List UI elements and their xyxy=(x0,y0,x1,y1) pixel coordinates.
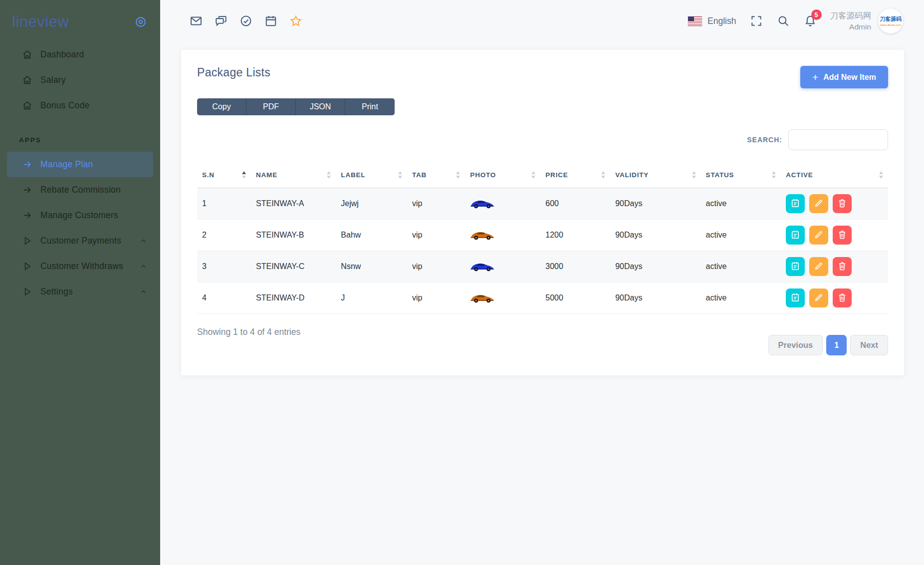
content: Package Lists + Add New Item CopyPDFJSON… xyxy=(160,42,924,375)
previous-page-button[interactable]: Previous xyxy=(768,335,823,355)
note-icon xyxy=(790,230,800,241)
price-cell: 1200 xyxy=(540,220,610,251)
delete-row-button[interactable] xyxy=(833,194,852,213)
app-root: lineview DashboardSalaryBonus Code APPS … xyxy=(0,0,924,565)
avatar-logo-text: 刀客源码 xyxy=(880,15,902,23)
language-selector[interactable]: English xyxy=(688,16,736,26)
column-header-price[interactable]: PRICE xyxy=(540,165,610,188)
sidebar-item-customer-withdraws[interactable]: Customer Withdraws xyxy=(0,254,160,279)
delete-row-button[interactable] xyxy=(833,226,852,245)
blue-car-photo xyxy=(470,198,494,210)
name-cell: STEINWAY-D xyxy=(251,282,336,314)
sidebar-nav-apps: Manage PlanRebate CommissionManage Custo… xyxy=(0,152,160,304)
view-row-button[interactable] xyxy=(786,257,805,276)
view-row-button[interactable] xyxy=(786,194,805,213)
photo-cell xyxy=(465,220,540,251)
sidebar-item-label: Customer Withdraws xyxy=(40,261,123,272)
card-header: Package Lists + Add New Item xyxy=(197,66,888,88)
column-header-s-n[interactable]: S.N xyxy=(197,165,251,188)
edit-row-button[interactable] xyxy=(809,257,828,276)
pdf-export-button[interactable]: PDF xyxy=(246,98,296,115)
search-icon[interactable] xyxy=(776,14,790,28)
table-row: 3STEINWAY-CNsnwvip300090Daysactive xyxy=(197,251,888,282)
column-header-tab[interactable]: TAB xyxy=(407,165,465,188)
column-header-active[interactable]: ACTIVE xyxy=(781,165,888,188)
avatar: 刀客源码 www.dkewl.com xyxy=(878,8,903,33)
calendar-icon[interactable] xyxy=(264,14,278,28)
sidebar-item-manage-customers[interactable]: Manage Customers xyxy=(0,203,160,228)
search-label: SEARCH: xyxy=(747,136,782,144)
status-cell: active xyxy=(701,220,781,251)
name-cell: STEINWAY-A xyxy=(251,188,336,220)
column-label: PRICE xyxy=(545,171,568,179)
chat-icon[interactable] xyxy=(214,14,228,28)
column-header-name[interactable]: NAME xyxy=(251,165,336,188)
delete-row-button[interactable] xyxy=(833,288,852,307)
fullscreen-icon[interactable] xyxy=(749,14,763,28)
tab-cell: vip xyxy=(407,251,465,282)
print-export-button[interactable]: Print xyxy=(345,98,395,115)
column-header-status[interactable]: STATUS xyxy=(701,165,781,188)
copy-export-button[interactable]: Copy xyxy=(197,98,246,115)
sidebar-item-settings[interactable]: Settings xyxy=(0,279,160,304)
sidebar-item-rebate-commission[interactable]: Rebate Commission xyxy=(0,177,160,203)
sort-carets-icon xyxy=(692,171,696,179)
sidebar-section-label: APPS xyxy=(0,118,160,152)
edit-row-button[interactable] xyxy=(809,288,828,307)
sidebar-item-label: Customer Payments xyxy=(40,236,121,246)
sort-carets-icon xyxy=(772,171,776,179)
sidebar-item-customer-payments[interactable]: Customer Payments xyxy=(0,228,160,254)
user-text: 刀客源码网 Admin xyxy=(830,10,872,31)
user-profile[interactable]: 刀客源码网 Admin 刀客源码 www.dkewl.com xyxy=(830,8,904,33)
search-input[interactable] xyxy=(788,129,888,150)
language-label: English xyxy=(707,16,736,26)
edit-row-button[interactable] xyxy=(809,194,828,213)
column-header-label[interactable]: LABEL xyxy=(336,165,407,188)
sidebar-item-salary[interactable]: Salary xyxy=(0,67,160,93)
pencil-icon xyxy=(814,261,824,273)
sn-cell: 2 xyxy=(197,220,251,251)
label-cell: Bahw xyxy=(336,220,407,251)
home-icon xyxy=(21,100,33,112)
tab-cell: vip xyxy=(407,220,465,251)
sn-cell: 3 xyxy=(197,251,251,282)
tab-cell: vip xyxy=(407,188,465,220)
name-cell: STEINWAY-B xyxy=(251,220,336,251)
validity-cell: 90Days xyxy=(610,188,700,220)
bell-icon[interactable]: 5 xyxy=(803,14,817,28)
blue-car-photo xyxy=(470,261,494,273)
column-label: S.N xyxy=(202,171,215,179)
table-row: 2STEINWAY-BBahwvip120090Daysactive xyxy=(197,220,888,251)
sidebar-item-bonus-code[interactable]: Bonus Code xyxy=(0,93,160,118)
column-header-photo[interactable]: PHOTO xyxy=(465,165,540,188)
sidebar-item-dashboard[interactable]: Dashboard xyxy=(0,42,160,67)
add-new-item-button[interactable]: + Add New Item xyxy=(800,66,888,88)
chevron-up-icon xyxy=(140,237,147,245)
table-row: 1STEINWAY-AJejwjvip60090Daysactive xyxy=(197,188,888,220)
plus-icon: + xyxy=(812,72,818,82)
label-cell: Jejwj xyxy=(336,188,407,220)
package-table: S.NNAMELABELTABPHOTOPRICEVALIDITYSTATUSA… xyxy=(197,165,888,314)
column-label: PHOTO xyxy=(470,171,496,179)
star-icon[interactable] xyxy=(289,14,303,28)
user-name: 刀客源码网 xyxy=(830,10,872,21)
check-circle-icon[interactable] xyxy=(239,14,253,28)
envelope-icon[interactable] xyxy=(189,14,203,28)
delete-row-button[interactable] xyxy=(833,257,852,276)
view-row-button[interactable] xyxy=(786,226,805,245)
column-header-validity[interactable]: VALIDITY xyxy=(610,165,700,188)
view-row-button[interactable] xyxy=(786,288,805,307)
page-1-button[interactable]: 1 xyxy=(826,335,847,355)
next-page-button[interactable]: Next xyxy=(850,335,888,355)
status-cell: active xyxy=(701,188,781,220)
orange-car-photo xyxy=(470,292,494,304)
orange-car-photo xyxy=(470,229,494,241)
home-icon xyxy=(21,49,33,61)
edit-row-button[interactable] xyxy=(809,226,828,245)
topbar: English 5 xyxy=(160,0,924,42)
price-cell: 5000 xyxy=(540,282,610,314)
trash-icon xyxy=(837,261,847,273)
record-circle-icon[interactable] xyxy=(134,15,147,28)
json-export-button[interactable]: JSON xyxy=(296,98,345,115)
sidebar-item-manage-plan[interactable]: Manage Plan xyxy=(7,152,153,177)
